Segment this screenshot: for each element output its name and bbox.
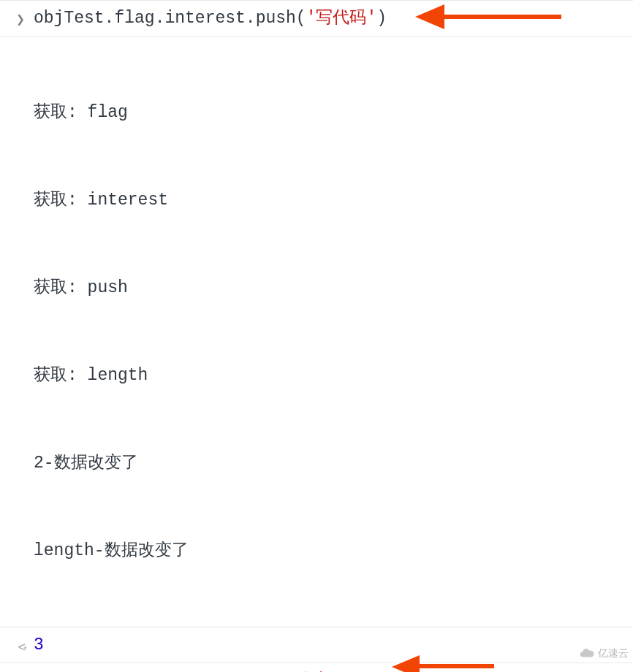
console-input-code: objTest.flag.interest[0]='吃火锅'	[34, 663, 633, 672]
log-line: length-数据改变了	[34, 536, 633, 565]
log-line: 获取: flag	[34, 98, 633, 127]
log-line: 2-数据改变了	[34, 448, 633, 478]
input-indicator: ❯	[0, 663, 34, 672]
gutter-empty	[0, 37, 34, 627]
log-line: 获取: push	[34, 273, 633, 302]
result-number: 3	[34, 635, 44, 654]
console-input-row[interactable]: ❯ objTest.flag.interest[0]='吃火锅'	[0, 663, 633, 672]
console-log-lines: 获取: flag 获取: interest 获取: push 获取: lengt…	[34, 37, 633, 627]
console-result-row[interactable]: <· 3	[0, 627, 633, 663]
watermark-text: 亿速云	[598, 638, 629, 668]
result-indicator: <·	[0, 627, 34, 663]
console-input-row[interactable]: ❯ objTest.flag.interest.push('写代码')	[0, 0, 633, 36]
log-line: 获取: interest	[34, 186, 633, 215]
watermark: 亿速云	[579, 638, 629, 668]
console-input-code: objTest.flag.interest.push('写代码')	[34, 1, 633, 36]
log-line: 获取: length	[34, 361, 633, 390]
console-result-value: 3	[34, 627, 633, 663]
code-text: objTest.flag.interest.push(	[34, 9, 306, 28]
code-text: )	[376, 9, 387, 28]
cloud-icon	[579, 645, 595, 661]
input-indicator: ❯	[0, 1, 34, 36]
code-string-literal: '写代码'	[306, 9, 377, 28]
svg-point-0	[580, 652, 585, 657]
console-log-row: 获取: flag 获取: interest 获取: push 获取: lengt…	[0, 36, 633, 627]
